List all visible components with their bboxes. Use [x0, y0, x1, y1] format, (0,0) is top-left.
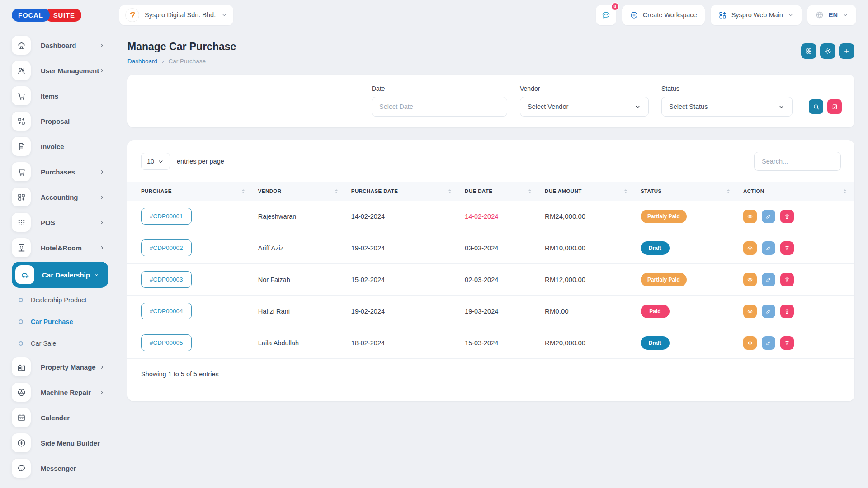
- due-amount-cell: RM20,000.00: [539, 327, 635, 359]
- view-button[interactable]: [743, 336, 757, 350]
- company-selector[interactable]: Syspro Digital Sdn. Bhd.: [119, 5, 233, 25]
- sidebar-subitem-car-sale[interactable]: Car Sale: [12, 333, 108, 354]
- bullet-circle-icon: [19, 341, 23, 346]
- pencil-icon: [765, 340, 772, 346]
- sidebar-item-dashboard[interactable]: Dashboard: [12, 33, 108, 58]
- date-filter-input[interactable]: [372, 97, 507, 117]
- plus-circle-icon: [12, 433, 31, 452]
- plus-circle-icon: [630, 11, 638, 19]
- sidebar-item-pos[interactable]: POS: [12, 210, 108, 235]
- purchase-link[interactable]: #CDP00002: [141, 239, 192, 256]
- vendor-filter-select[interactable]: Select Vendor: [520, 97, 649, 117]
- app-logo[interactable]: FOCAL SUITE: [12, 9, 119, 22]
- status-filter-select[interactable]: Select Status: [661, 97, 793, 117]
- action-cell: [738, 232, 854, 264]
- sidebar-subitem-dealership-product[interactable]: Dealership Product: [12, 289, 108, 311]
- sidebar-item-accounting[interactable]: Accounting: [12, 184, 108, 210]
- sidebar-item-label: Invoice: [41, 143, 64, 150]
- sidebar-item-proposal[interactable]: Proposal: [12, 108, 108, 134]
- add-purchase-button[interactable]: [839, 43, 854, 59]
- purchase-link[interactable]: #CDP00004: [141, 303, 192, 319]
- language-selector[interactable]: EN: [807, 5, 856, 25]
- topbar: FOCAL SUITE Syspro Digital Sdn. Bhd. 0 C…: [0, 0, 868, 28]
- chevron-right-icon: [99, 169, 105, 175]
- column-header-purchase[interactable]: PURCHASE: [127, 182, 253, 201]
- property-icon: [12, 357, 31, 376]
- chevron-down-icon: [221, 12, 227, 18]
- sidebar-item-user-management[interactable]: User Management: [12, 58, 108, 83]
- grid-view-button[interactable]: [801, 43, 816, 59]
- car-icon: [15, 265, 34, 284]
- vendor-cell: Ariff Aziz: [253, 232, 346, 264]
- breadcrumb-dashboard-link[interactable]: Dashboard: [127, 58, 157, 65]
- purchase-cell: #CDP00004: [127, 296, 253, 327]
- purchase-date-cell: 15-02-2024: [346, 264, 459, 296]
- settings-button[interactable]: [820, 43, 835, 59]
- sidebar-item-property-manage[interactable]: Property Manage: [12, 354, 108, 380]
- sidebar-item-hotel-room[interactable]: Hotel&Room: [12, 235, 108, 260]
- sidebar-item-car-dealership[interactable]: Car Dealership: [12, 262, 108, 288]
- create-workspace-button[interactable]: Create Workspace: [622, 5, 705, 25]
- column-header-action[interactable]: ACTION: [738, 182, 854, 201]
- reset-filter-button[interactable]: [827, 99, 842, 114]
- purchase-link[interactable]: #CDP00001: [141, 208, 192, 225]
- workspace-name: Syspro Web Main: [731, 11, 783, 19]
- column-header-status[interactable]: STATUS: [635, 182, 738, 201]
- breadcrumb: Dashboard › Car Purchase: [127, 58, 236, 65]
- sidebar-item-messenger[interactable]: Messenger: [12, 455, 108, 481]
- sidebar-item-calender[interactable]: Calender: [12, 405, 108, 430]
- column-header-due-date[interactable]: DUE DATE: [459, 182, 539, 201]
- sidebar-item-purchases[interactable]: Purchases: [12, 159, 108, 184]
- edit-button[interactable]: [762, 210, 775, 223]
- action-cell: [738, 327, 854, 359]
- edit-button[interactable]: [762, 273, 775, 286]
- chevron-right-icon: [99, 389, 105, 395]
- purchase-cell: #CDP00002: [127, 232, 253, 264]
- due-date-cell: 02-03-2024: [459, 264, 539, 296]
- purchase-date-cell: 14-02-2024: [346, 201, 459, 232]
- chevron-down-icon: [842, 12, 849, 18]
- edit-button[interactable]: [762, 241, 775, 255]
- sidebar-item-invoice[interactable]: Invoice: [12, 134, 108, 159]
- sidebar-subitem-car-purchase[interactable]: Car Purchase: [12, 311, 108, 333]
- sidebar-item-label: Items: [41, 92, 58, 100]
- delete-button[interactable]: [780, 273, 794, 286]
- purchase-link[interactable]: #CDP00005: [141, 334, 192, 351]
- sidebar-item-items[interactable]: Items: [12, 83, 108, 108]
- view-button[interactable]: [743, 210, 757, 223]
- chevron-down-icon: [94, 272, 99, 278]
- column-header-vendor[interactable]: VENDOR: [253, 182, 346, 201]
- edit-button[interactable]: [762, 305, 775, 318]
- edit-button[interactable]: [762, 336, 775, 350]
- apply-filter-button[interactable]: [809, 99, 823, 114]
- view-button[interactable]: [743, 305, 757, 318]
- purchase-date-cell: 19-02-2024: [346, 232, 459, 264]
- action-cell: [738, 296, 854, 327]
- table-search-input[interactable]: [754, 152, 841, 171]
- sidebar-item-label: Side Menu Builder: [41, 439, 100, 447]
- eye-icon: [747, 308, 753, 314]
- purchase-link[interactable]: #CDP00003: [141, 271, 192, 288]
- workspace-selector[interactable]: Syspro Web Main: [711, 5, 802, 25]
- status-cell: Draft: [635, 232, 738, 264]
- purchase-table: PURCHASE VENDOR PURCHASE DATE DUE DATE D…: [127, 182, 854, 359]
- globe-icon: [815, 10, 824, 19]
- breadcrumb-current: Car Purchase: [169, 58, 206, 65]
- delete-button[interactable]: [780, 210, 794, 223]
- table-summary: Showing 1 to 5 of 5 entries: [127, 359, 854, 378]
- delete-button[interactable]: [780, 305, 794, 318]
- column-header-due-amount[interactable]: DUE AMOUNT: [539, 182, 635, 201]
- delete-button[interactable]: [780, 241, 794, 255]
- column-header-purchase-date[interactable]: PURCHASE DATE: [346, 182, 459, 201]
- sidebar-item-side-menu-builder[interactable]: Side Menu Builder: [12, 430, 108, 455]
- entries-per-page-label: entries per page: [177, 158, 224, 165]
- sidebar-item-machine-repair[interactable]: Machine Repair: [12, 380, 108, 405]
- due-amount-cell: RM24,000.00: [539, 201, 635, 232]
- view-button[interactable]: [743, 273, 757, 286]
- delete-button[interactable]: [780, 336, 794, 350]
- pencil-icon: [765, 308, 772, 314]
- messages-button[interactable]: 0: [596, 5, 616, 25]
- cart-icon: [12, 162, 31, 181]
- page-size-select[interactable]: 10: [141, 153, 170, 170]
- view-button[interactable]: [743, 241, 757, 255]
